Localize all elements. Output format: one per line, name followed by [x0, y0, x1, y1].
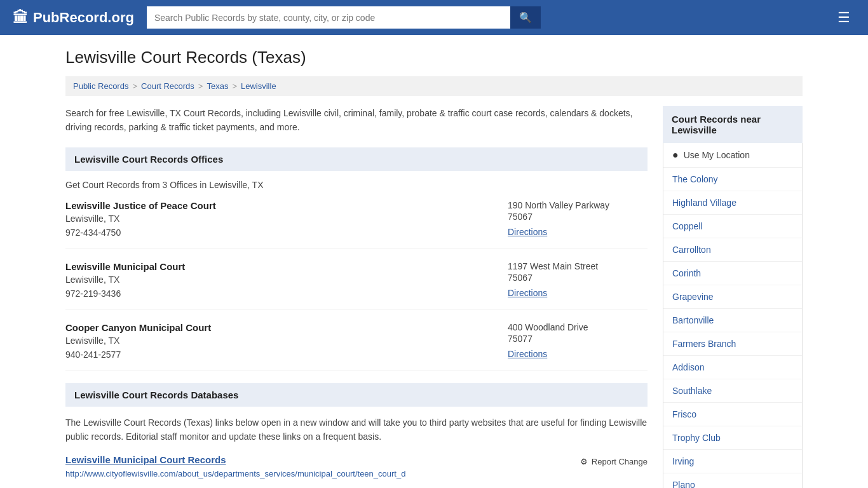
sidebar-item-farmers-branch[interactable]: Farmers Branch [663, 332, 802, 356]
breadcrumb-sep-1: > [132, 81, 137, 91]
sidebar-item-corinth[interactable]: Corinth [663, 262, 802, 285]
header: 🏛 PubRecord.org 🔍 ☰ [0, 0, 868, 35]
office-city-2: Lewisville, TX [65, 274, 482, 285]
menu-button[interactable]: ☰ [832, 7, 855, 29]
office-city-1: Lewisville, TX [65, 214, 482, 224]
site-logo[interactable]: 🏛 PubRecord.org [13, 9, 134, 27]
sidebar-nearby-list: ● Use My Location The Colony Highland Vi… [663, 143, 803, 488]
sidebar-item-coppell[interactable]: Coppell [663, 215, 802, 238]
sidebar-item-carrollton[interactable]: Carrollton [663, 238, 802, 262]
report-change-label: Report Change [592, 457, 648, 466]
db-link-row: Lewisville Municipal Court Records ⚙ Rep… [65, 454, 648, 466]
office-street-1: 190 North Valley Parkway [508, 200, 648, 210]
office-phone-2: 972-219-3436 [65, 288, 482, 299]
office-right-2: 1197 West Main Street 75067 Directions [508, 261, 648, 299]
sidebar-item-highland-village[interactable]: Highland Village [663, 191, 802, 215]
search-input[interactable] [147, 6, 510, 29]
breadcrumb: Public Records > Court Records > Texas >… [65, 76, 803, 96]
office-card-2: Lewisville Municipal Court Lewisville, T… [65, 261, 648, 309]
sidebar-header: Court Records near Lewisville [663, 106, 803, 143]
logo-text: PubRecord.org [33, 10, 134, 26]
breadcrumb-texas[interactable]: Texas [207, 81, 228, 91]
office-zip-3: 75077 [508, 334, 648, 344]
office-left-1: Lewisville Justice of Peace Court Lewisv… [65, 200, 482, 238]
office-right-1: 190 North Valley Parkway 75067 Direction… [508, 200, 648, 238]
db-link-1[interactable]: Lewisville Municipal Court Records [65, 454, 226, 465]
sidebar-item-the-colony[interactable]: The Colony [663, 168, 802, 191]
location-pin-icon: ● [672, 149, 679, 161]
db-url-1: http://www.cityoflewisville.com/about_us… [65, 469, 648, 478]
breadcrumb-court-records[interactable]: Court Records [141, 81, 194, 91]
office-card-3: Cooper Canyon Municipal Court Lewisville… [65, 322, 648, 370]
logo-icon: 🏛 [13, 9, 28, 27]
office-phone-1: 972-434-4750 [65, 227, 482, 238]
sidebar: Court Records near Lewisville ● Use My L… [663, 106, 803, 488]
office-name-1: Lewisville Justice of Peace Court [65, 200, 482, 211]
breadcrumb-sep-3: > [232, 81, 237, 91]
main-content: Search for free Lewisville, TX Court Rec… [65, 106, 648, 488]
sidebar-item-plano[interactable]: Plano [663, 473, 802, 488]
search-button[interactable]: 🔍 [510, 6, 541, 29]
report-change-button[interactable]: ⚙ Report Change [580, 457, 648, 466]
office-left-3: Cooper Canyon Municipal Court Lewisville… [65, 322, 482, 360]
page-title: Lewisville Court Records (Texas) [65, 48, 803, 67]
office-zip-2: 75067 [508, 273, 648, 283]
offices-count: Get Court Records from 3 Offices in Lewi… [65, 180, 648, 190]
use-my-location-label: Use My Location [684, 150, 750, 160]
office-name-3: Cooper Canyon Municipal Court [65, 322, 482, 333]
directions-link-1[interactable]: Directions [508, 227, 547, 237]
office-street-2: 1197 West Main Street [508, 261, 648, 271]
search-bar: 🔍 [147, 6, 541, 29]
main-container: Lewisville Court Records (Texas) Public … [53, 35, 815, 488]
sidebar-item-addison[interactable]: Addison [663, 356, 802, 379]
content-layout: Search for free Lewisville, TX Court Rec… [65, 106, 803, 488]
page-description: Search for free Lewisville, TX Court Rec… [65, 106, 648, 135]
sidebar-item-irving[interactable]: Irving [663, 450, 802, 473]
databases-description: The Lewisville Court Records (Texas) lin… [65, 416, 648, 444]
sidebar-item-trophy-club[interactable]: Trophy Club [663, 426, 802, 450]
sidebar-item-bartonville[interactable]: Bartonville [663, 309, 802, 332]
report-change-icon: ⚙ [580, 457, 588, 466]
office-phone-3: 940-241-2577 [65, 349, 482, 360]
office-zip-1: 75067 [508, 212, 648, 222]
search-icon: 🔍 [519, 12, 532, 23]
menu-icon: ☰ [837, 10, 850, 25]
office-right-3: 400 Woodland Drive 75077 Directions [508, 322, 648, 360]
databases-section: Lewisville Court Records Databases The L… [65, 383, 648, 478]
office-city-3: Lewisville, TX [65, 336, 482, 346]
sidebar-item-frisco[interactable]: Frisco [663, 403, 802, 426]
office-card-1: Lewisville Justice of Peace Court Lewisv… [65, 200, 648, 248]
sidebar-item-grapevine[interactable]: Grapevine [663, 285, 802, 309]
breadcrumb-lewisville[interactable]: Lewisville [241, 81, 276, 91]
breadcrumb-public-records[interactable]: Public Records [73, 81, 128, 91]
directions-link-3[interactable]: Directions [508, 349, 547, 359]
databases-section-header: Lewisville Court Records Databases [65, 383, 648, 407]
office-name-2: Lewisville Municipal Court [65, 261, 482, 272]
office-left-2: Lewisville Municipal Court Lewisville, T… [65, 261, 482, 299]
sidebar-item-southlake[interactable]: Southlake [663, 379, 802, 403]
office-street-3: 400 Woodland Drive [508, 322, 648, 332]
breadcrumb-sep-2: > [198, 81, 203, 91]
offices-section-header: Lewisville Court Records Offices [65, 147, 648, 171]
directions-link-2[interactable]: Directions [508, 288, 547, 298]
sidebar-use-location[interactable]: ● Use My Location [663, 143, 802, 168]
